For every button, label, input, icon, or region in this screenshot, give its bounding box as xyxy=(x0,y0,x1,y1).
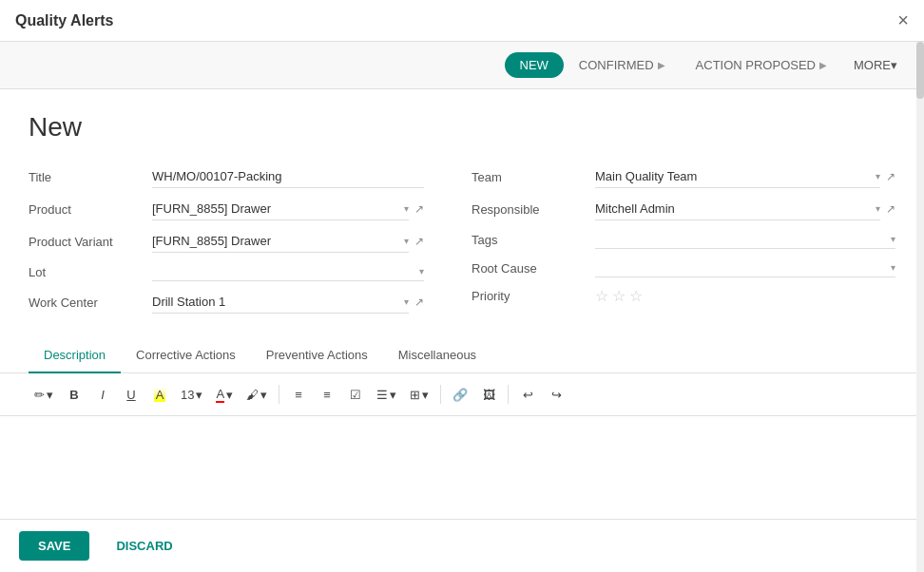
team-dropdown[interactable]: Main Quality Team ▾ xyxy=(595,165,880,188)
dropdown-arrow-icon: ▾ xyxy=(419,266,424,276)
font-size-arrow: ▾ xyxy=(196,388,202,402)
team-value: Main Quality Team ▾ ↗ xyxy=(595,165,895,188)
lot-dropdown[interactable]: ▾ xyxy=(152,262,424,281)
font-color-dropdown[interactable]: A ▾ xyxy=(210,381,239,408)
tabs-container: Description Corrective Actions Preventiv… xyxy=(0,338,924,373)
tab-corrective-actions[interactable]: Corrective Actions xyxy=(121,338,251,373)
root-cause-value: ▾ xyxy=(595,258,895,277)
work-center-value: Drill Station 1 ▾ ↗ xyxy=(152,291,424,314)
team-row: Team Main Quality Team ▾ ↗ xyxy=(472,165,895,188)
product-row: Product [FURN_8855] Drawer ▾ ↗ xyxy=(29,198,424,220)
align-arrow: ▾ xyxy=(390,388,396,402)
link-icon: 🔗 xyxy=(452,388,468,402)
arrow-icon: ▶ xyxy=(819,60,827,70)
highlight-button[interactable]: A xyxy=(146,381,173,408)
responsible-external-link[interactable]: ↗ xyxy=(886,202,895,216)
ordered-list-button[interactable]: ≡ xyxy=(314,381,340,408)
unordered-list-icon: ≡ xyxy=(295,388,302,402)
tags-dropdown[interactable]: ▾ xyxy=(595,230,895,249)
form-left: Title Product [FURN_8855] Drawer ▾ ↗ xyxy=(29,165,462,323)
separator-2 xyxy=(440,385,441,404)
product-variant-row: Product Variant [FURN_8855] Drawer ▾ ↗ xyxy=(29,230,424,253)
brush-arrow: ▾ xyxy=(260,388,267,402)
product-dropdown[interactable]: [FURN_8855] Drawer ▾ xyxy=(152,198,409,220)
close-button[interactable]: × xyxy=(897,10,909,31)
editor-area[interactable] xyxy=(0,416,924,511)
dropdown-arrow-icon: ▾ xyxy=(404,236,409,246)
form-right: Team Main Quality Team ▾ ↗ Responsible M… xyxy=(462,165,895,323)
font-color-icon: A xyxy=(216,387,224,403)
star-2[interactable]: ☆ xyxy=(612,287,626,305)
status-action-proposed[interactable]: ACTION PROPOSED ▶ xyxy=(681,52,842,78)
product-variant-external-link[interactable]: ↗ xyxy=(414,235,424,248)
team-label: Team xyxy=(472,170,595,184)
checkbox-button[interactable]: ☑ xyxy=(342,381,369,408)
product-variant-dropdown[interactable]: [FURN_8855] Drawer ▾ xyxy=(152,230,409,253)
title-row: Title xyxy=(29,165,424,188)
app-header: Quality Alerts × xyxy=(0,0,924,42)
product-label: Product xyxy=(29,202,152,217)
footer-bar: SAVE DISCARD xyxy=(0,519,924,572)
link-button[interactable]: 🔗 xyxy=(447,381,473,408)
root-cause-dropdown[interactable]: ▾ xyxy=(595,258,895,277)
align-dropdown[interactable]: ☰ ▾ xyxy=(371,381,402,408)
status-more-button[interactable]: MORE ▾ xyxy=(842,52,909,78)
form: Title Product [FURN_8855] Drawer ▾ ↗ xyxy=(29,165,895,323)
image-icon: 🖼 xyxy=(483,388,495,402)
brush-dropdown[interactable]: 🖌 ▾ xyxy=(241,381,273,408)
title-input[interactable] xyxy=(152,165,424,188)
status-new[interactable]: NEW xyxy=(505,52,564,78)
scrollbar[interactable] xyxy=(916,42,924,572)
tags-value: ▾ xyxy=(595,230,895,249)
product-external-link[interactable]: ↗ xyxy=(414,202,424,216)
italic-button[interactable]: I xyxy=(89,381,116,408)
priority-value: ☆ ☆ ☆ xyxy=(595,287,895,305)
dropdown-arrow-icon: ▾ xyxy=(876,171,880,181)
scrollbar-thumb[interactable] xyxy=(916,42,924,99)
work-center-row: Work Center Drill Station 1 ▾ ↗ xyxy=(29,291,424,314)
tab-miscellaneous[interactable]: Miscellaneous xyxy=(383,338,491,373)
star-1[interactable]: ☆ xyxy=(595,287,608,305)
status-confirmed[interactable]: CONFIRMED ▶ xyxy=(564,52,681,78)
work-center-external-link[interactable]: ↗ xyxy=(414,296,424,309)
star-3[interactable]: ☆ xyxy=(629,287,643,305)
table-arrow: ▾ xyxy=(422,388,429,402)
table-icon: ⊞ xyxy=(410,388,420,402)
undo-button[interactable]: ↩ xyxy=(514,381,541,408)
save-button[interactable]: SAVE xyxy=(19,531,89,561)
dropdown-arrow-icon: ▾ xyxy=(404,203,409,214)
priority-row: Priority ☆ ☆ ☆ xyxy=(472,287,895,305)
dropdown-arrow-icon: ▾ xyxy=(876,203,880,214)
table-dropdown[interactable]: ⊞ ▾ xyxy=(404,381,434,408)
image-button[interactable]: 🖼 xyxy=(475,381,502,408)
dropdown-arrow-icon: ▾ xyxy=(891,234,895,244)
work-center-dropdown[interactable]: Drill Station 1 ▾ xyxy=(152,291,409,314)
main-content: New Title Product [FURN_8855] Drawer ▾ xyxy=(0,89,924,338)
tags-label: Tags xyxy=(472,233,595,247)
underline-button[interactable]: U xyxy=(118,381,144,408)
app-title: Quality Alerts xyxy=(15,12,113,29)
brush-icon: 🖌 xyxy=(246,388,259,402)
discard-button[interactable]: DISCARD xyxy=(101,531,187,561)
status-bar: NEW CONFIRMED ▶ ACTION PROPOSED ▶ MORE ▾ xyxy=(0,42,924,89)
pencil-dropdown-button[interactable]: ✏ ▾ xyxy=(29,381,59,408)
tab-preventive-actions[interactable]: Preventive Actions xyxy=(251,338,383,373)
dropdown-arrow-icon: ▾ xyxy=(404,296,409,307)
unordered-list-button[interactable]: ≡ xyxy=(285,381,312,408)
title-label: Title xyxy=(29,170,152,184)
page-title: New xyxy=(29,112,895,143)
team-external-link[interactable]: ↗ xyxy=(886,170,895,183)
tab-description[interactable]: Description xyxy=(29,338,121,373)
checkbox-icon: ☑ xyxy=(350,388,361,402)
responsible-dropdown[interactable]: Mitchell Admin ▾ xyxy=(595,198,880,220)
title-value xyxy=(152,165,424,188)
work-center-label: Work Center xyxy=(29,296,152,310)
redo-button[interactable]: ↪ xyxy=(543,381,569,408)
bold-button[interactable]: B xyxy=(61,381,87,408)
pencil-dropdown-arrow: ▾ xyxy=(47,388,53,402)
product-value: [FURN_8855] Drawer ▾ ↗ xyxy=(152,198,424,220)
separator-1 xyxy=(279,385,279,404)
root-cause-label: Root Cause xyxy=(472,261,595,276)
font-size-dropdown[interactable]: 13 ▾ xyxy=(175,381,208,408)
responsible-label: Responsible xyxy=(472,202,595,217)
